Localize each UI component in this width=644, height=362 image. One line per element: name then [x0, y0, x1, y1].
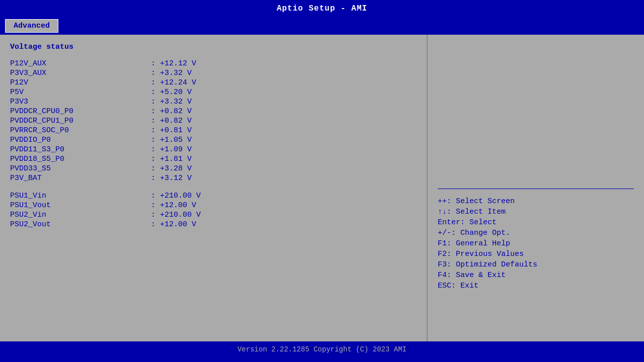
voltage-value: : +12.12 V [151, 59, 196, 68]
voltage-row: P3V_BAT: +3.12 V [10, 174, 417, 183]
psu-voltage-label: PSU1_Vout [10, 201, 151, 210]
psu-voltage-value: : +210.00 V [151, 192, 201, 200]
footer: Version 2.22.1285 Copyright (C) 2023 AMI [0, 341, 644, 357]
psu-voltage-row: PSU2_Vin: +210.00 V [10, 211, 417, 219]
voltage-label: PVDD11_S3_P0 [10, 145, 151, 154]
psu-voltage-value: : +12.00 V [151, 220, 196, 229]
voltage-row: PVDD33_S5: +3.28 V [10, 164, 417, 173]
voltage-row: PVDD18_S5_P0: +1.81 V [10, 155, 417, 163]
footer-text: Version 2.22.1285 Copyright (C) 2023 AMI [237, 345, 407, 353]
psu-voltage-row: PSU2_Vout: +12.00 V [10, 220, 417, 229]
voltage-value: : +3.32 V [151, 69, 192, 77]
help-item: Enter: Select [438, 218, 634, 227]
voltage-row: PVDDCR_CPU0_P0: +0.82 V [10, 107, 417, 116]
voltage-row: P12V_AUX: +12.12 V [10, 59, 417, 68]
voltage-value: : +1.09 V [151, 145, 192, 154]
help-item: F2: Previous Values [438, 250, 634, 258]
voltage-value: : +12.24 V [151, 78, 196, 87]
help-item: +/-: Change Opt. [438, 229, 634, 237]
main-content: Voltage status P12V_AUX: +12.12 VP3V3_AU… [0, 35, 644, 341]
voltage-row: PVRRCR_SOC_P0: +0.81 V [10, 126, 417, 135]
voltage-row: PVDDIO_P0: +1.05 V [10, 136, 417, 144]
title-text: Aptio Setup - AMI [277, 4, 367, 13]
help-list: ++: Select Screen↑↓: Select ItemEnter: S… [438, 197, 634, 290]
voltage-row: P5V: +5.20 V [10, 88, 417, 97]
voltage-label: PVDDCR_CPU0_P0 [10, 107, 151, 116]
voltage-value: : +1.81 V [151, 155, 192, 163]
help-item: F4: Save & Exit [438, 271, 634, 280]
voltages-list: P12V_AUX: +12.12 VP3V3_AUX: +3.32 VP12V:… [10, 59, 417, 183]
voltage-row: PVDD11_S3_P0: +1.09 V [10, 145, 417, 154]
voltage-row: PVDDCR_CPU1_P0: +0.82 V [10, 117, 417, 125]
voltage-label: P12V_AUX [10, 59, 151, 68]
voltage-value: : +0.82 V [151, 107, 192, 116]
voltage-value: : +0.82 V [151, 117, 192, 125]
voltage-label: PVDD33_S5 [10, 164, 151, 173]
voltage-label: P3V3_AUX [10, 69, 151, 77]
voltage-value: : +5.20 V [151, 88, 192, 97]
voltage-label: PVDDCR_CPU1_P0 [10, 117, 151, 125]
help-item: ↑↓: Select Item [438, 208, 634, 216]
help-item: F3: Optimized Defaults [438, 260, 634, 269]
voltage-label: P3V_BAT [10, 174, 151, 183]
right-panel: ++: Select Screen↑↓: Select ItemEnter: S… [428, 35, 644, 341]
psu-voltages-list: PSU1_Vin: +210.00 VPSU1_Vout: +12.00 VPS… [10, 192, 417, 229]
voltage-label: PVDD18_S5_P0 [10, 155, 151, 163]
psu-voltage-value: : +210.00 V [151, 211, 201, 219]
divider [438, 189, 634, 189]
psu-voltage-value: : +12.00 V [151, 201, 196, 210]
voltage-row: P12V: +12.24 V [10, 78, 417, 87]
psu-voltage-row: PSU1_Vout: +12.00 V [10, 201, 417, 210]
voltage-value: : +0.81 V [151, 126, 192, 135]
psu-voltage-label: PSU1_Vin [10, 192, 151, 200]
voltage-value: : +1.05 V [151, 136, 192, 144]
psu-voltage-row: PSU1_Vin: +210.00 V [10, 192, 417, 200]
voltage-label: PVRRCR_SOC_P0 [10, 126, 151, 135]
help-item: ++: Select Screen [438, 197, 634, 206]
voltage-label: P5V [10, 88, 151, 97]
voltage-label: P3V3 [10, 98, 151, 106]
voltage-row: P3V3_AUX: +3.32 V [10, 69, 417, 77]
header-title: Aptio Setup - AMI [0, 0, 644, 17]
help-item: ESC: Exit [438, 282, 634, 290]
voltage-label: PVDDIO_P0 [10, 136, 151, 144]
left-panel: Voltage status P12V_AUX: +12.12 VP3V3_AU… [0, 35, 428, 341]
tab-advanced[interactable]: Advanced [5, 19, 58, 33]
help-item: F1: General Help [438, 239, 634, 248]
section-title: Voltage status [10, 43, 417, 51]
voltage-row: P3V3: +3.32 V [10, 98, 417, 106]
voltage-value: : +3.32 V [151, 98, 192, 106]
psu-voltage-label: PSU2_Vin [10, 211, 151, 219]
psu-voltage-label: PSU2_Vout [10, 220, 151, 229]
voltage-label: P12V [10, 78, 151, 87]
voltage-value: : +3.12 V [151, 174, 192, 183]
nav-bar: Advanced [0, 17, 644, 35]
voltage-value: : +3.28 V [151, 164, 192, 173]
